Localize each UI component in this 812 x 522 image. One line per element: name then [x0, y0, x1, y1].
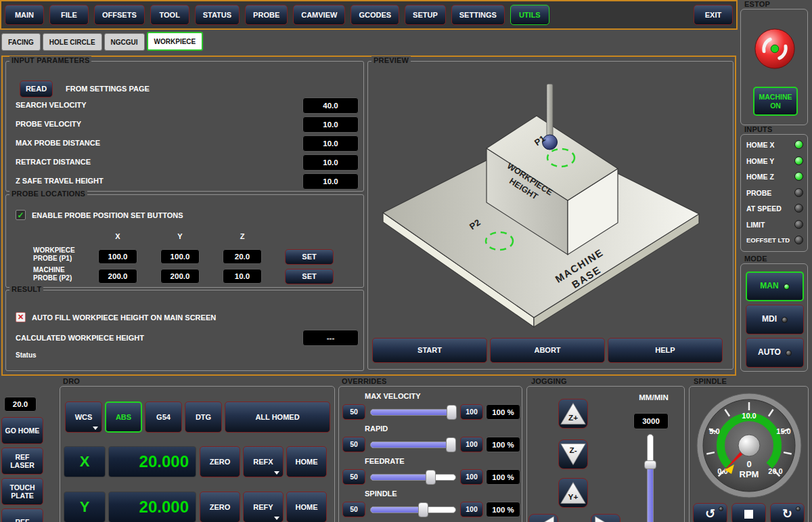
tab-workpiece-active[interactable]: WORKPIECE	[147, 32, 204, 51]
spindle-slider[interactable]	[370, 506, 456, 513]
jog-x-plus-button[interactable]: X+	[591, 514, 621, 522]
spindle-reverse-button[interactable]: ↺	[693, 503, 727, 522]
x-zero-button[interactable]: ZERO	[200, 446, 240, 477]
rapid-slider[interactable]	[370, 441, 456, 448]
start-button[interactable]: START	[372, 338, 487, 363]
machine-probe-label: MACHINE PROBE (P2)	[33, 266, 72, 282]
nav-file[interactable]: FILE	[49, 5, 89, 25]
mode-mdi-led	[782, 317, 788, 323]
nav-tool[interactable]: TOOL	[150, 5, 189, 25]
nav-setup[interactable]: SETUP	[405, 5, 446, 25]
wcs-dropdown-button[interactable]: WCS	[65, 401, 102, 433]
p2-set-button[interactable]: SET	[285, 269, 334, 284]
abs-button[interactable]: ABS	[105, 401, 142, 433]
z-safe-travel-input[interactable]: 10.0	[302, 173, 359, 190]
max-velocity-slider[interactable]	[370, 409, 456, 416]
column-header-z: Z	[223, 232, 262, 240]
ref-laser-button[interactable]: REF LASER	[1, 448, 43, 475]
p2-y-input[interactable]: 200.0	[160, 269, 200, 284]
y-axis-badge: Y	[64, 492, 106, 522]
y-zero-button[interactable]: ZERO	[200, 492, 240, 522]
abort-button[interactable]: ABORT	[490, 338, 605, 363]
x-ref-button[interactable]: REFX	[243, 446, 284, 477]
autofill-checkbox[interactable]: ✕	[16, 312, 26, 322]
nav-gcodes[interactable]: GCODES	[351, 5, 399, 25]
g54-button[interactable]: G54	[145, 401, 182, 433]
feedrate-slider[interactable]	[370, 474, 456, 481]
input-home-z-label: HOME Z	[746, 173, 774, 181]
retract-distance-label: RETRACT DISTANCE	[16, 158, 91, 166]
jog-z-minus-button[interactable]: Z-	[558, 439, 588, 469]
jog-rate-slider[interactable]	[647, 434, 654, 522]
tab-hole-circle[interactable]: HOLE CIRCLE	[43, 33, 102, 51]
p1-z-input[interactable]: 20.0	[223, 249, 262, 264]
spindle-forward-button[interactable]: ↻	[770, 503, 805, 522]
rapid-min-button[interactable]: 50	[342, 437, 365, 452]
mode-title: MODE	[742, 255, 769, 263]
dro-title: DRO	[61, 377, 82, 385]
p1-x-input[interactable]: 100.0	[98, 249, 137, 264]
tab-ngcgui[interactable]: NGCGUI	[104, 33, 145, 51]
read-button[interactable]: READ	[20, 81, 53, 97]
y-ref-button[interactable]: REFY	[243, 492, 284, 522]
p1-set-button[interactable]: SET	[285, 249, 334, 265]
touch-plate-button[interactable]: TOUCH PLATE	[1, 478, 43, 505]
probe-velocity-input[interactable]: 10.0	[302, 116, 359, 133]
x-ref-label: REFX	[253, 458, 273, 466]
jog-y-plus-button[interactable]: Y+	[558, 478, 588, 508]
nav-utils-active[interactable]: UTILS	[510, 5, 549, 25]
search-velocity-input[interactable]: 40.0	[302, 97, 359, 114]
p2-x-input[interactable]: 200.0	[98, 269, 137, 284]
jog-z-plus-button[interactable]: Z+	[558, 399, 588, 429]
mode-man-button[interactable]: MAN	[746, 271, 804, 301]
triangle-up-icon: Y+	[560, 479, 587, 506]
enable-probe-checkbox[interactable]: ✓	[16, 210, 26, 220]
estop-button[interactable]	[754, 28, 796, 70]
retract-distance-input[interactable]: 10.0	[302, 154, 359, 171]
max-velocity-max-button[interactable]: 100	[460, 404, 483, 420]
max-velocity-min-button[interactable]: 50	[342, 404, 365, 420]
home-y-led	[794, 156, 803, 165]
probe-locations-title: PROBE LOCATIONS	[9, 190, 87, 198]
feedrate-min-button[interactable]: 50	[342, 469, 365, 485]
machine-on-button[interactable]: MACHINE ON	[753, 87, 798, 116]
exit-button[interactable]: EXIT	[694, 5, 733, 25]
jog-x-minus-button[interactable]: X-	[528, 514, 558, 522]
go-home-button[interactable]: GO HOME	[1, 417, 43, 444]
mode-auto-label: AUTO	[758, 348, 781, 357]
max-velocity-slider-handle[interactable]	[447, 405, 457, 420]
x-home-button[interactable]: HOME	[286, 446, 327, 477]
feedrate-label: FEEDRATE	[365, 457, 404, 465]
nav-status[interactable]: STATUS	[195, 5, 240, 25]
rapid-slider-fill	[371, 442, 451, 448]
all-homed-button[interactable]: ALL HOMED	[225, 401, 330, 433]
nav-main[interactable]: MAIN	[5, 5, 44, 25]
y-home-button[interactable]: HOME	[286, 492, 327, 522]
nav-probe[interactable]: PROBE	[245, 5, 288, 25]
p1-y-input[interactable]: 100.0	[160, 249, 200, 264]
spindle-min-button[interactable]: 50	[342, 502, 365, 517]
jog-rate-input[interactable]: 3000	[633, 413, 669, 429]
mode-mdi-label: MDI	[762, 315, 777, 324]
p2-z-input[interactable]: 10.0	[223, 269, 262, 284]
mode-auto-button[interactable]: AUTO	[746, 338, 804, 368]
jog-rate-slider-handle[interactable]	[644, 460, 656, 469]
ref-button[interactable]: REF	[1, 508, 43, 522]
spindle-stop-button[interactable]	[731, 503, 766, 522]
rapid-max-button[interactable]: 100	[460, 437, 483, 452]
touch-height-input[interactable]: 20.0	[4, 397, 37, 412]
nav-offsets[interactable]: OFFSETS	[94, 5, 145, 25]
max-probe-distance-input[interactable]: 10.0	[302, 135, 359, 152]
tab-facing[interactable]: FACING	[1, 33, 41, 51]
dtg-button[interactable]: DTG	[185, 401, 222, 433]
spindle-slider-handle[interactable]	[418, 502, 428, 517]
help-button[interactable]: HELP	[608, 338, 723, 363]
nav-settings[interactable]: SETTINGS	[451, 5, 505, 25]
feedrate-slider-handle[interactable]	[426, 470, 436, 485]
mode-mdi-button[interactable]: MDI	[746, 305, 804, 334]
nav-camview[interactable]: CAMVIEW	[293, 5, 345, 25]
feedrate-max-button[interactable]: 100	[460, 469, 483, 485]
spindle-max-button[interactable]: 100	[460, 502, 483, 517]
machine-on-line1: MACHINE	[759, 93, 792, 101]
rapid-slider-handle[interactable]	[446, 437, 456, 452]
